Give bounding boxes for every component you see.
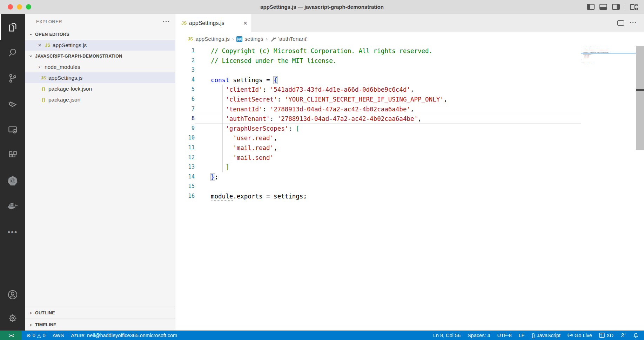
line-number[interactable]: 14 xyxy=(175,172,195,182)
customize-layout-icon[interactable] xyxy=(630,4,638,10)
problems-status[interactable]: ⊗ 0 △ 0 xyxy=(23,333,49,338)
encoding-status[interactable]: UTF-8 xyxy=(494,333,515,338)
run-and-debug-icon[interactable] xyxy=(0,91,25,117)
project-folder-header[interactable]: › JAVASCRIPT-GRAPH-DEMONSTRATION xyxy=(25,51,175,61)
kubernetes-icon[interactable] xyxy=(0,168,25,194)
code-line-11[interactable]: 11 'mail.read', xyxy=(175,143,581,153)
search-icon[interactable] xyxy=(0,40,25,65)
azure-account-status[interactable]: Azure: neil@haddleyoffice365.onmicrosoft… xyxy=(67,333,181,338)
split-editor-icon[interactable] xyxy=(617,20,624,26)
more-views-icon[interactable]: ••• xyxy=(0,219,25,245)
overview-ruler-cursor-marker xyxy=(636,89,644,91)
open-editors-header[interactable]: › OPEN EDITORS xyxy=(25,29,175,40)
open-editor-item[interactable]: × JS appSettings.js xyxy=(25,40,175,51)
remote-indicator[interactable]: >< xyxy=(0,331,22,340)
extensions-icon[interactable] xyxy=(0,142,25,168)
code-line-6[interactable]: 6 'clientSecret': 'YOUR_CLIENT_SECRET_HE… xyxy=(175,94,581,104)
code-line-8[interactable]: 8 'authTenant': '2788913d-04ad-47a2-ac42… xyxy=(175,114,581,124)
language-mode-status[interactable]: {} JavaScript xyxy=(528,333,564,338)
titlebar-separator xyxy=(625,4,625,11)
code-line-4[interactable]: 4const settings = { xyxy=(175,75,581,85)
line-content: ] xyxy=(195,162,581,172)
breadcrumbs: JS appSettings.js › [⊘] settings › 'auth… xyxy=(175,32,644,46)
editor-more-actions-icon[interactable]: ··· xyxy=(630,19,637,27)
tree-item-package-lock[interactable]: {} package-lock.json xyxy=(25,83,175,94)
close-window-button[interactable] xyxy=(8,4,13,9)
code-line-12[interactable]: 12 'mail.send' xyxy=(175,153,581,163)
editor-scrollbar[interactable] xyxy=(636,46,644,150)
minimize-window-button[interactable] xyxy=(17,4,22,9)
code-line-2[interactable]: 2// Licensed under the MIT license. xyxy=(175,56,581,66)
notifications-status[interactable] xyxy=(630,333,642,338)
line-number[interactable]: 2 xyxy=(175,56,195,66)
line-content: 'graphUserScopes': [ xyxy=(195,124,581,133)
line-number[interactable]: 8 xyxy=(175,114,195,124)
line-number[interactable]: 12 xyxy=(175,153,195,163)
cursor-position-status[interactable]: Ln 8, Col 56 xyxy=(430,333,464,338)
line-number[interactable]: 13 xyxy=(175,162,195,172)
outline-section-header[interactable]: › OUTLINE xyxy=(25,307,175,319)
breadcrumb-symbol[interactable]: [⊘] settings xyxy=(236,36,263,42)
line-number[interactable]: 15 xyxy=(175,182,195,191)
code-line-16[interactable]: 16module.exports = settings; xyxy=(175,191,581,201)
code-line-3[interactable]: 3 xyxy=(175,65,581,75)
explorer-more-actions-icon[interactable]: ··· xyxy=(163,18,170,25)
code-lines: 1// Copyright (c) Microsoft Corporation.… xyxy=(175,46,581,201)
tree-item-appsettings[interactable]: JS appSettings.js xyxy=(25,72,175,83)
traffic-lights xyxy=(8,4,31,9)
code-line-9[interactable]: 9 'graphUserScopes': [ xyxy=(175,124,581,133)
breadcrumb-property[interactable]: 'authTenant' xyxy=(270,36,307,42)
source-control-icon[interactable] xyxy=(0,65,25,91)
code-area: 1// Copyright (c) Microsoft Corporation.… xyxy=(175,46,581,331)
code-line-14[interactable]: 14}; xyxy=(175,172,581,182)
json-file-icon: {} xyxy=(39,86,48,91)
line-number[interactable]: 11 xyxy=(175,143,195,153)
line-number[interactable]: 1 xyxy=(175,46,195,56)
line-number[interactable]: 4 xyxy=(175,75,195,85)
code-line-10[interactable]: 10 'user.read', xyxy=(175,133,581,143)
line-number[interactable]: 3 xyxy=(175,65,195,75)
line-number[interactable]: 5 xyxy=(175,85,195,94)
code-line-13[interactable]: 13 ] xyxy=(175,162,581,172)
toggle-panel-icon[interactable] xyxy=(599,4,607,10)
tree-item-package-json[interactable]: {} package.json xyxy=(25,94,175,105)
docker-icon[interactable] xyxy=(0,194,25,219)
xd-status[interactable]: XD xyxy=(596,333,617,338)
code-line-1[interactable]: 1// Copyright (c) Microsoft Corporation.… xyxy=(175,46,581,56)
line-content: 'tenantId': '2788913d-04ad-47a2-ac42-4b0… xyxy=(195,104,581,114)
remote-explorer-icon[interactable] xyxy=(0,117,25,142)
breadcrumb-separator: › xyxy=(266,36,268,42)
code-line-15[interactable]: 15 xyxy=(175,182,581,191)
chevron-down-icon: › xyxy=(28,54,34,59)
tab-appsettings[interactable]: JS appSettings.js × xyxy=(175,14,252,32)
line-number[interactable]: 16 xyxy=(175,191,195,201)
eol-status[interactable]: LF xyxy=(515,333,528,338)
code-line-7[interactable]: 7 'tenantId': '2788913d-04ad-47a2-ac42-4… xyxy=(175,104,581,114)
js-file-icon: JS xyxy=(39,76,48,80)
line-content: 'clientSecret': 'YOUR_CLIENT_SECRET_HERE… xyxy=(195,94,581,104)
settings-gear-icon[interactable] xyxy=(0,306,25,331)
maximize-window-button[interactable] xyxy=(26,4,31,9)
code-line-5[interactable]: 5 'clientId': '541add73-43fd-4d1e-a66d-0… xyxy=(175,85,581,94)
tab-close-icon[interactable]: × xyxy=(243,19,247,27)
editor-content[interactable]: 1// Copyright (c) Microsoft Corporation.… xyxy=(175,46,644,331)
tree-item-node-modules[interactable]: › node_modules xyxy=(25,61,175,72)
line-number[interactable]: 10 xyxy=(175,133,195,143)
explorer-icon[interactable] xyxy=(0,14,25,40)
feedback-status[interactable] xyxy=(617,333,630,338)
line-number[interactable]: 7 xyxy=(175,104,195,114)
go-live-status[interactable]: Go Live xyxy=(564,333,596,338)
js-file-icon: JS xyxy=(188,37,193,41)
toggle-primary-sidebar-icon[interactable] xyxy=(587,4,595,10)
minimap[interactable]: // Copyright (c) Microsoft Corporation. … xyxy=(581,46,636,193)
accounts-icon[interactable] xyxy=(0,283,25,306)
close-editor-icon[interactable]: × xyxy=(38,42,43,49)
line-content xyxy=(195,182,581,191)
toggle-secondary-sidebar-icon[interactable] xyxy=(612,4,620,10)
aws-status[interactable]: AWS xyxy=(49,333,68,338)
indentation-status[interactable]: Spaces: 4 xyxy=(464,333,494,338)
line-number[interactable]: 6 xyxy=(175,94,195,104)
breadcrumb-file[interactable]: appSettings.js xyxy=(195,36,229,42)
line-number[interactable]: 9 xyxy=(175,124,195,133)
timeline-section-header[interactable]: › TIMELINE xyxy=(25,319,175,331)
